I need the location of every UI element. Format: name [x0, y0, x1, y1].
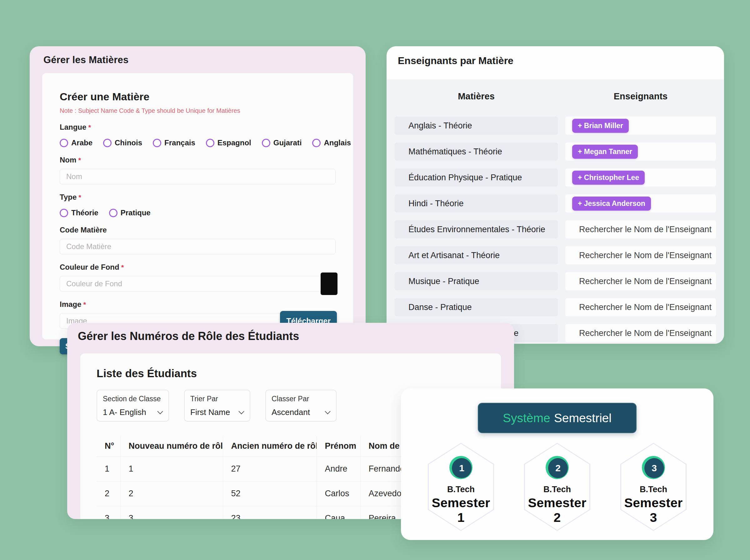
col-header-new-roll: Nouveau numéro de rôle — [120, 436, 223, 457]
subject-cell: Éducation Physique - Pratique — [395, 168, 558, 186]
students-table-header-row: N° Nouveau numéro de rôle Ancien numéro … — [97, 436, 447, 457]
table-row: Mathématiques - Théorie + Megan Tanner — [395, 142, 716, 161]
subject-cell: Art et Artisanat - Théorie — [395, 246, 558, 264]
badge-number: 3 — [644, 458, 664, 478]
teachers-by-subject-panel: Enseignants par Matière Matières Enseign… — [387, 46, 724, 344]
col-header-old-roll: Ancien numéro de rôle — [223, 436, 317, 457]
filter-label: Classer Par — [271, 395, 330, 403]
cell-old-roll: 23 — [223, 506, 317, 519]
radio-circle-icon[interactable] — [103, 139, 112, 147]
chevron-down-icon — [325, 408, 330, 414]
radio-circle-icon[interactable] — [60, 209, 68, 217]
semester-label: Semester 1 — [428, 496, 494, 525]
table-row: Hindi - Théorie + Jessica Anderson — [395, 194, 716, 213]
teacher-cell: + Megan Tanner — [565, 142, 716, 161]
column-header-enseignants: Enseignants — [565, 91, 716, 102]
radio-circle-icon[interactable] — [206, 139, 215, 147]
table-row: Études Environnementales - Théorie Reche… — [395, 220, 716, 238]
teacher-cell: Rechercher le Nom de l'Enseignant — [565, 220, 716, 238]
teacher-cell: Rechercher le Nom de l'Enseignant — [565, 246, 716, 264]
teacher-tag[interactable]: + Christopher Lee — [572, 171, 645, 185]
semester-card-3[interactable]: 3 B.Tech Semester 3 — [620, 443, 687, 531]
class-section-select[interactable]: Section de Classe 1 A- English — [97, 390, 169, 422]
semester-cards-row: 1 B.Tech Semester 1 2 B.Tech Semester 2 — [401, 443, 713, 531]
cell-firstname: Andre — [317, 457, 360, 481]
radio-circle-icon[interactable] — [153, 139, 161, 147]
col-header-no: N° — [97, 436, 120, 457]
type-label: Type — [60, 193, 336, 202]
teacher-search-input[interactable]: Rechercher le Nom de l'Enseignant — [572, 302, 712, 312]
teacher-cell: Rechercher le Nom de l'Enseignant — [565, 272, 716, 290]
teacher-search-input[interactable]: Rechercher le Nom de l'Enseignant — [572, 328, 712, 338]
program-label: B.Tech — [428, 485, 494, 494]
create-subject-card: Créer une Matière Note : Subject Name Co… — [42, 73, 353, 339]
selected-value: First Name — [190, 407, 230, 417]
image-label: Image — [60, 300, 336, 309]
radio-francais[interactable]: Français — [153, 138, 195, 147]
teacher-tag[interactable]: + Megan Tanner — [572, 145, 638, 159]
radio-arabe[interactable]: Arabe — [60, 138, 93, 147]
radio-theorie[interactable]: Théorie — [60, 208, 98, 217]
create-subject-heading: Créer une Matière — [60, 91, 336, 103]
table-row: Anglais - Théorie + Brian Miller — [395, 117, 716, 135]
order-by-select[interactable]: Classer Par Ascendant — [265, 390, 337, 422]
code-matiere-input[interactable] — [60, 239, 336, 254]
program-label: B.Tech — [620, 485, 687, 494]
radio-anglais[interactable]: Anglais — [312, 138, 351, 147]
radio-circle-icon[interactable] — [312, 139, 321, 147]
teachers-panel-title: Enseignants par Matière — [387, 46, 724, 66]
students-table: N° Nouveau numéro de rôle Ancien numéro … — [97, 436, 447, 519]
column-header-matieres: Matières — [395, 91, 558, 102]
manage-subjects-panel: Gérer les Matières Créer une Matière Not… — [30, 46, 366, 346]
radio-circle-icon[interactable] — [109, 209, 118, 217]
teacher-search-input[interactable]: Rechercher le Nom de l'Enseignant — [572, 225, 712, 234]
students-list-heading: Liste des Étudiants — [97, 367, 485, 380]
radio-espagnol[interactable]: Espagnol — [206, 138, 251, 147]
col-header-firstname: Prénom — [317, 436, 360, 457]
manage-subjects-title: Gérer les Matières — [30, 46, 366, 66]
semester-card-1[interactable]: 1 B.Tech Semester 1 — [428, 443, 494, 531]
subject-cell: Anglais - Théorie — [395, 117, 558, 135]
radio-circle-icon[interactable] — [262, 139, 270, 147]
radio-chinois[interactable]: Chinois — [103, 138, 142, 147]
cell-new-roll: 3 — [120, 506, 223, 519]
cell-no: 1 — [97, 457, 120, 481]
teacher-search-input[interactable]: Rechercher le Nom de l'Enseignant — [572, 277, 712, 286]
nom-input[interactable] — [60, 169, 336, 184]
badge-number: 2 — [548, 458, 568, 478]
langue-options: Arabe Chinois Français Espagnol Gujarati… — [60, 138, 336, 147]
selected-value: 1 A- English — [103, 407, 146, 417]
teacher-search-input[interactable]: Rechercher le Nom de l'Enseignant — [572, 251, 712, 260]
teacher-cell: + Christopher Lee — [565, 168, 716, 186]
semester-card-2[interactable]: 2 B.Tech Semester 2 — [524, 443, 590, 531]
cell-new-roll: 1 — [120, 457, 223, 481]
color-swatch[interactable] — [321, 273, 338, 295]
teacher-tag[interactable]: + Brian Miller — [572, 119, 629, 133]
cell-old-roll: 27 — [223, 457, 317, 481]
unique-note: Note : Subject Name Code & Type should b… — [60, 107, 336, 114]
semester-label: Semester 2 — [524, 496, 590, 525]
subject-cell: Danse - Pratique — [395, 298, 558, 316]
table-row: Musique - Pratique Rechercher le Nom de … — [395, 272, 716, 290]
teachers-table: Matières Enseignants Anglais - Théorie +… — [387, 79, 724, 344]
couleur-input[interactable] — [60, 276, 336, 292]
chevron-down-icon — [239, 408, 244, 414]
program-label: B.Tech — [524, 485, 590, 494]
cell-firstname: Caua — [317, 506, 360, 519]
radio-gujarati[interactable]: Gujarati — [262, 138, 302, 147]
chevron-down-icon — [157, 408, 163, 414]
table-row: 2 2 52 Carlos Azevedo — [97, 481, 447, 506]
radio-pratique[interactable]: Pratique — [109, 208, 150, 217]
nom-label: Nom — [60, 156, 336, 164]
radio-circle-icon[interactable] — [60, 139, 68, 147]
code-matiere-label: Code Matière — [60, 226, 336, 234]
semester-system-banner: Système Semestriel — [478, 403, 636, 433]
subject-cell: Mathématiques - Théorie — [395, 142, 558, 161]
teacher-tag[interactable]: + Jessica Anderson — [572, 197, 651, 211]
filter-label: Section de Classe — [103, 395, 163, 403]
banner-accent-text: Système — [503, 411, 550, 425]
filter-label: Trier Par — [190, 395, 244, 403]
type-options: Théorie Pratique — [60, 208, 336, 217]
sort-by-select[interactable]: Trier Par First Name — [184, 390, 250, 422]
teachers-table-header: Matières Enseignants — [395, 91, 716, 102]
